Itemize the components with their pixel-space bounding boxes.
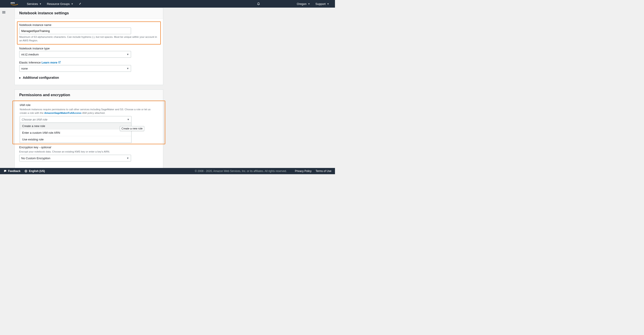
type-label: Notebook instance type	[19, 47, 158, 50]
caret-down-icon: ▼	[126, 67, 129, 70]
additional-config-label: Additional configuration	[23, 76, 59, 80]
feedback-link[interactable]: Feedback	[4, 170, 20, 173]
copyright-text: © 2008 - 2020, Amazon Web Services, Inc.…	[195, 170, 287, 173]
notebook-settings-panel: Notebook instance settings Notebook inst…	[14, 8, 163, 85]
name-label: Notebook instance name	[19, 23, 158, 26]
privacy-link[interactable]: Privacy Policy	[295, 170, 312, 173]
elastic-inference-select[interactable]: none ▼	[19, 65, 131, 72]
services-menu[interactable]: Services ▼	[24, 0, 44, 8]
encryption-label: Encryption key - optional	[19, 146, 158, 149]
triangle-right-icon: ▶	[19, 76, 21, 79]
iam-role-select[interactable]: Choose an IAM role ▼	[20, 116, 132, 123]
caret-down-icon: ▼	[327, 3, 329, 5]
instance-type-value: ml.t2.medium	[21, 53, 39, 56]
terms-link[interactable]: Terms of Use	[316, 170, 332, 173]
language-selector[interactable]: English (US)	[24, 170, 45, 173]
highlighted-iam-section: IAM role Notebook instances require perm…	[12, 101, 165, 144]
panel-title: Permissions and encryption	[15, 90, 163, 101]
globe-icon	[24, 170, 28, 173]
notifications-icon[interactable]	[254, 2, 263, 6]
iam-policy-link[interactable]: AmazonSageMakerFullAccess	[44, 112, 82, 114]
tooltip: Create a new role	[120, 126, 144, 131]
caret-down-icon: ▼	[127, 118, 130, 121]
iam-hint: Notebook instances require permissions t…	[20, 108, 156, 115]
services-label: Services	[27, 2, 38, 6]
permissions-panel: Permissions and encryption IAM role Note…	[14, 90, 163, 169]
support-label: Support	[316, 2, 326, 6]
elastic-inference-value: none	[21, 67, 28, 70]
learn-more-link[interactable]: Learn more	[42, 61, 61, 64]
region-menu[interactable]: Oregon ▼	[294, 0, 312, 8]
chat-icon	[4, 170, 7, 173]
encryption-value: No Custom Encryption	[21, 156, 50, 160]
sidebar-toggle-icon[interactable]	[2, 11, 5, 14]
notebook-name-input[interactable]	[19, 28, 131, 34]
instance-type-select[interactable]: ml.t2.medium ▼	[19, 51, 131, 58]
external-link-icon	[58, 61, 61, 64]
aws-logo[interactable]: aws	[10, 2, 18, 6]
caret-down-icon: ▼	[39, 3, 42, 5]
iam-option-existing[interactable]: Use existing role	[20, 136, 131, 143]
iam-role-dropdown: Create a new role Enter a custom IAM rol…	[20, 123, 132, 143]
encryption-select[interactable]: No Custom Encryption ▼	[19, 155, 131, 162]
iam-label: IAM role	[20, 103, 158, 107]
additional-config-expander[interactable]: ▶ Additional configuration	[19, 75, 158, 80]
caret-down-icon: ▼	[308, 3, 310, 5]
footer: Feedback English (US) © 2008 - 2020, Ama…	[0, 168, 335, 174]
support-menu[interactable]: Support ▼	[313, 0, 332, 8]
resource-groups-label: Resource Groups	[47, 2, 70, 6]
region-label: Oregon	[297, 2, 306, 6]
encryption-hint: Encrypt your notebook data. Choose an ex…	[19, 150, 158, 154]
top-nav: aws Services ▼ Resource Groups ▼ Oregon …	[0, 0, 335, 8]
iam-role-placeholder: Choose an IAM role	[22, 118, 48, 121]
panel-title: Notebook instance settings	[15, 8, 163, 19]
svg-text:aws: aws	[10, 2, 15, 4]
caret-down-icon: ▼	[126, 53, 129, 56]
name-hint: Maximum of 63 alphanumeric characters. C…	[19, 35, 158, 42]
pin-icon[interactable]	[76, 2, 84, 6]
caret-down-icon: ▼	[71, 3, 73, 5]
highlighted-name-section: Notebook instance name Maximum of 63 alp…	[17, 22, 161, 44]
iam-option-create-new[interactable]: Create a new role	[20, 123, 131, 130]
resource-groups-menu[interactable]: Resource Groups ▼	[44, 0, 76, 8]
elastic-inference-label: Elastic Inference Learn more	[19, 61, 158, 64]
iam-option-custom-arn[interactable]: Enter a custom IAM role ARN	[20, 130, 131, 136]
caret-down-icon: ▼	[126, 157, 129, 160]
